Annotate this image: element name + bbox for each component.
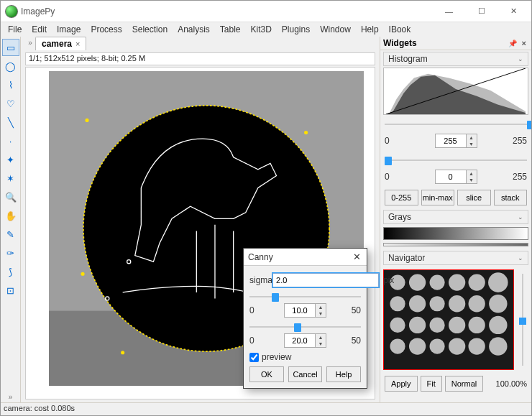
status-bar: camera: cost 0.080s <box>1 402 531 415</box>
svg-point-28 <box>409 317 426 333</box>
hist-high-up[interactable]: ▲ <box>467 134 477 141</box>
navigator-header[interactable]: Navigator⌄ <box>383 251 528 265</box>
nav-normal-button[interactable]: Normal <box>445 376 483 392</box>
hist-high-input[interactable] <box>435 134 467 148</box>
zoom-icon[interactable]: 🔍 <box>2 188 19 205</box>
cancel-button[interactable]: Cancel <box>288 366 323 382</box>
histogram-high-slider[interactable] <box>385 119 527 129</box>
histogram-low-slider[interactable] <box>385 155 527 165</box>
wand-icon[interactable]: ✶ <box>2 170 19 187</box>
tab-camera[interactable]: camera × <box>35 37 86 50</box>
polyline-icon[interactable]: ⌇ <box>2 76 19 93</box>
menu-analysis[interactable]: Analysis <box>173 23 214 36</box>
tab-label: camera <box>42 39 72 49</box>
sigma-unit: pix <box>383 275 394 285</box>
svg-point-21 <box>390 296 405 311</box>
hist-0255-button[interactable]: 0-255 <box>385 190 418 205</box>
minimize-button[interactable]: — <box>433 1 465 22</box>
menu-ibook[interactable]: IBook <box>385 23 416 36</box>
point-icon[interactable]: · <box>2 132 19 149</box>
svg-point-10 <box>304 131 308 134</box>
hist-low-up[interactable]: ▲ <box>467 170 477 177</box>
low-threshold-slider[interactable] <box>249 292 361 302</box>
colormap-ramp <box>383 227 528 240</box>
sigma-label: sigma <box>249 275 272 285</box>
maximize-button[interactable]: ☐ <box>465 1 497 22</box>
dialog-title: Canny <box>248 252 352 262</box>
rect-select-icon[interactable]: ▭ <box>2 39 19 56</box>
pin-icon[interactable]: 📌 <box>508 40 517 47</box>
high-threshold-slider[interactable] <box>249 322 361 332</box>
p2-stepper-down[interactable]: ▼ <box>316 341 326 347</box>
menu-table[interactable]: Table <box>216 23 245 36</box>
p2-stepper-up[interactable]: ▲ <box>316 334 326 341</box>
hist-stack-button[interactable]: stack <box>494 190 528 205</box>
svg-point-26 <box>489 295 507 313</box>
menu-image[interactable]: Image <box>52 23 85 36</box>
crop-icon[interactable]: ⊡ <box>2 282 19 299</box>
zoom-percent: 100.00% <box>496 379 527 388</box>
toolbar: ▭◯⌇♡╲·✦✶🔍✋✎✑⟆⊡ » <box>1 37 21 402</box>
colormap-sub <box>383 243 528 246</box>
marker-icon[interactable]: ✦ <box>2 151 19 168</box>
chevron-down-icon: ⌄ <box>518 55 523 63</box>
hist-low-down[interactable]: ▼ <box>467 177 477 183</box>
svg-point-32 <box>489 316 507 334</box>
p1-min: 0 <box>249 305 271 315</box>
menu-plugins[interactable]: Plugins <box>278 23 314 36</box>
ok-button[interactable]: OK <box>249 366 284 382</box>
hist-max: 255 <box>505 136 527 146</box>
p1-value-input[interactable] <box>284 303 316 318</box>
p2-value-input[interactable] <box>284 333 316 348</box>
hand-icon[interactable]: ✋ <box>2 207 19 224</box>
navigator-zoom-slider[interactable] <box>517 269 528 370</box>
menu-edit[interactable]: Edit <box>27 23 51 36</box>
widgets-header: Widgets <box>383 38 417 48</box>
p2-max: 50 <box>339 336 361 346</box>
svg-point-30 <box>449 317 465 333</box>
pencil-icon[interactable]: ✎ <box>2 226 19 243</box>
svg-point-37 <box>469 338 485 354</box>
svg-point-33 <box>390 338 405 353</box>
histogram-header[interactable]: Histogram⌄ <box>383 52 528 66</box>
navigator-thumbnail[interactable] <box>383 269 514 370</box>
dropper-icon[interactable]: ✑ <box>2 244 19 262</box>
colormap-select[interactable]: Grays⌄ <box>383 210 528 224</box>
menu-help[interactable]: Help <box>357 23 383 36</box>
menu-file[interactable]: File <box>4 23 26 36</box>
tab-close-icon[interactable]: × <box>75 40 80 48</box>
menu-process[interactable]: Process <box>86 23 126 36</box>
p1-stepper-down[interactable]: ▼ <box>316 310 326 317</box>
p2-min: 0 <box>249 336 271 346</box>
menu-selection[interactable]: Selection <box>128 23 172 36</box>
close-button[interactable]: ✕ <box>497 1 530 22</box>
freehand-icon[interactable]: ♡ <box>2 95 19 112</box>
svg-point-27 <box>390 318 405 333</box>
bucket-icon[interactable]: ⟆ <box>2 263 19 280</box>
hist-slice-button[interactable]: slice <box>457 190 491 205</box>
hist-minmax-button[interactable]: min-max <box>421 190 455 205</box>
chevron-down-icon: ⌄ <box>518 254 523 262</box>
menu-kit3d[interactable]: Kit3D <box>247 23 276 36</box>
svg-point-24 <box>449 295 465 312</box>
p1-stepper-up[interactable]: ▲ <box>316 304 326 310</box>
tabbar-expander-icon[interactable]: » <box>25 37 35 47</box>
svg-point-7 <box>85 119 88 122</box>
dialog-close-icon[interactable]: ✕ <box>352 251 362 262</box>
sigma-input[interactable] <box>272 273 379 287</box>
preview-checkbox[interactable] <box>249 353 259 362</box>
help-button[interactable]: Help <box>326 366 361 382</box>
hist-high-down[interactable]: ▼ <box>467 141 477 147</box>
widgets-close-icon[interactable]: × <box>520 39 528 47</box>
nav-fit-button[interactable]: Fit <box>421 376 442 392</box>
hist-low-input[interactable] <box>435 170 467 184</box>
svg-point-25 <box>469 295 485 312</box>
line-icon[interactable]: ╲ <box>2 114 19 131</box>
menu-window[interactable]: Window <box>316 23 355 36</box>
oval-select-icon[interactable]: ◯ <box>2 57 19 75</box>
svg-point-22 <box>409 295 426 312</box>
svg-point-20 <box>488 272 508 292</box>
svg-point-31 <box>469 317 485 333</box>
toolbar-expander-icon[interactable]: » <box>2 392 19 402</box>
nav-apply-button[interactable]: Apply <box>385 376 418 392</box>
